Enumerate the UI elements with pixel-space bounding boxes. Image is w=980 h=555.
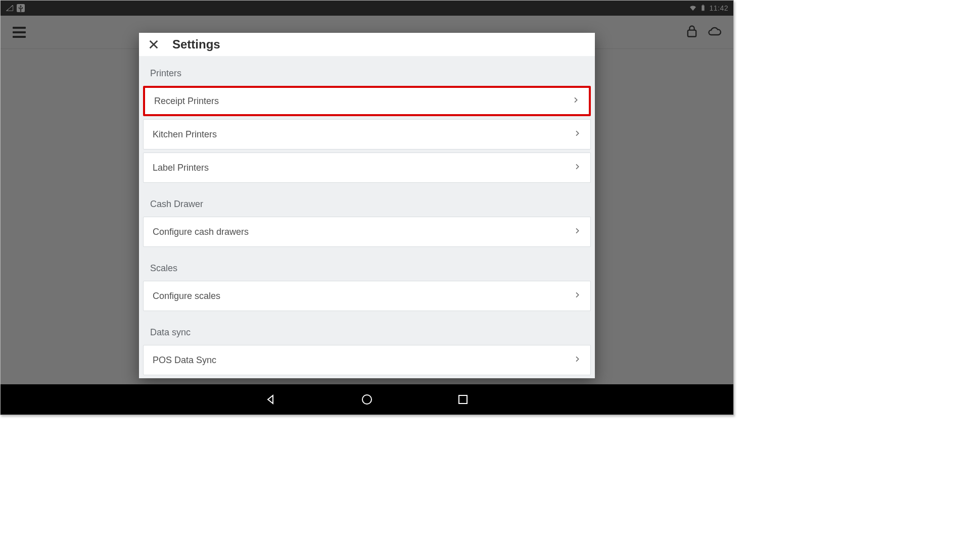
chevron-right-icon [573, 291, 581, 301]
section-header: Scales [139, 250, 595, 279]
settings-row-label: POS Data Sync [153, 355, 216, 366]
modal-header: Settings [139, 33, 595, 56]
chevron-right-icon [573, 163, 581, 173]
chevron-right-icon [572, 96, 580, 106]
settings-row[interactable]: Receipt Printers [143, 86, 591, 116]
android-nav-bar [1, 384, 733, 415]
status-clock: 11:42 [709, 4, 728, 12]
chevron-right-icon [573, 227, 581, 237]
status-signal-off-icon [6, 4, 14, 12]
settings-row[interactable]: Kitchen Printers [143, 119, 591, 149]
nav-back-icon[interactable] [263, 392, 278, 407]
svg-rect-1 [702, 6, 705, 11]
status-battery-icon [699, 4, 707, 12]
settings-row-label: Configure cash drawers [153, 227, 249, 237]
svg-rect-7 [459, 395, 467, 403]
nav-recent-icon[interactable] [455, 392, 471, 407]
settings-row-label: Kitchen Printers [153, 129, 217, 140]
nav-home-icon[interactable] [359, 392, 375, 407]
svg-point-6 [362, 395, 371, 404]
settings-row-label: Label Printers [153, 163, 209, 173]
settings-modal: Settings PrintersReceipt PrintersKitchen… [139, 33, 595, 378]
settings-row-label: Receipt Printers [154, 96, 219, 107]
status-wifi-icon [689, 4, 697, 12]
chevron-right-icon [573, 129, 581, 139]
section-header: Data sync [139, 314, 595, 343]
section-header: Printers [139, 56, 595, 84]
settings-row-label: Configure scales [153, 291, 220, 301]
section-header: Cash Drawer [139, 186, 595, 215]
settings-row[interactable]: Configure scales [143, 281, 591, 311]
settings-row[interactable]: Label Printers [143, 153, 591, 183]
settings-row[interactable]: Configure cash drawers [143, 217, 591, 247]
settings-list[interactable]: PrintersReceipt PrintersKitchen Printers… [139, 56, 595, 378]
svg-line-0 [7, 5, 13, 11]
android-status-bar: 11:42 [1, 1, 733, 16]
svg-rect-2 [703, 5, 704, 5]
modal-title: Settings [172, 37, 220, 52]
status-usb-icon [17, 4, 25, 12]
close-icon[interactable] [146, 37, 161, 52]
settings-row[interactable]: POS Data Sync [143, 345, 591, 375]
chevron-right-icon [573, 355, 581, 365]
